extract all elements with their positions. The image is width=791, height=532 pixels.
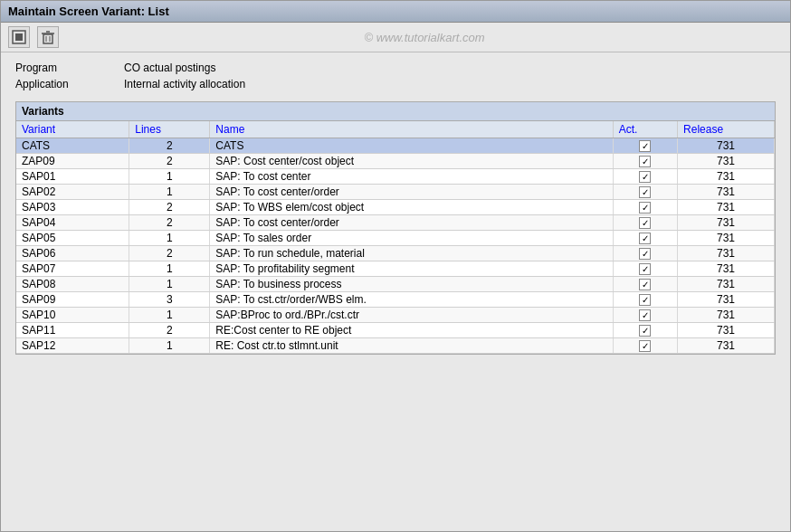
col-header-variant[interactable]: Variant bbox=[16, 121, 129, 138]
cell-variant: SAP11 bbox=[16, 323, 129, 338]
cell-lines: 3 bbox=[129, 292, 210, 308]
cell-name: SAP: To WBS elem/cost object bbox=[210, 200, 613, 215]
cell-name: SAP: To run schedule, material bbox=[210, 246, 613, 261]
cell-name: SAP:BProc to ord./BPr./cst.ctr bbox=[210, 308, 613, 323]
variants-table: Variant Lines Name Act. Release CATS2CAT… bbox=[16, 121, 775, 354]
program-value: CO actual postings bbox=[124, 62, 215, 74]
cell-lines: 2 bbox=[129, 215, 210, 231]
table-row[interactable]: SAP042SAP: To cost center/order✓731 bbox=[16, 215, 775, 231]
cell-act[interactable]: ✓ bbox=[613, 308, 677, 323]
cell-lines: 1 bbox=[129, 308, 210, 323]
checkbox-checked: ✓ bbox=[639, 325, 651, 337]
cell-lines: 2 bbox=[129, 323, 210, 338]
table-row[interactable]: SAP093SAP: To cst.ctr/order/WBS elm.✓731 bbox=[16, 292, 775, 308]
application-label: Application bbox=[15, 78, 124, 90]
checkbox-checked: ✓ bbox=[639, 140, 651, 152]
checkbox-checked: ✓ bbox=[639, 263, 651, 275]
cell-act[interactable]: ✓ bbox=[613, 231, 677, 246]
table-row[interactable]: SAP071SAP: To profitability segment✓731 bbox=[16, 261, 775, 277]
cell-act[interactable]: ✓ bbox=[613, 215, 677, 231]
cell-act[interactable]: ✓ bbox=[613, 154, 677, 169]
col-header-release[interactable]: Release bbox=[678, 121, 775, 138]
cell-act[interactable]: ✓ bbox=[613, 185, 677, 200]
cell-name: SAP: To cost center/order bbox=[210, 215, 613, 231]
table-row[interactable]: CATS2CATS✓731 bbox=[16, 138, 775, 154]
cell-name: SAP: To cost center bbox=[210, 169, 613, 185]
cell-lines: 1 bbox=[129, 169, 210, 185]
checkbox-checked: ✓ bbox=[639, 309, 651, 321]
cell-lines: 1 bbox=[129, 338, 210, 354]
cell-variant: CATS bbox=[16, 138, 129, 154]
delete-button[interactable] bbox=[37, 26, 59, 48]
program-label: Program bbox=[15, 62, 124, 74]
cell-variant: SAP05 bbox=[16, 231, 129, 246]
checkbox-checked: ✓ bbox=[639, 294, 651, 306]
cell-act[interactable]: ✓ bbox=[613, 323, 677, 338]
watermark: © www.tutorialkart.com bbox=[66, 31, 783, 44]
main-window: Maintain Screen Variant: List © www.tuto… bbox=[0, 0, 791, 532]
cell-release: 731 bbox=[678, 215, 775, 231]
cell-variant: SAP03 bbox=[16, 200, 129, 215]
cell-act[interactable]: ✓ bbox=[613, 169, 677, 185]
cell-release: 731 bbox=[678, 154, 775, 169]
table-row[interactable]: SAP121RE: Cost ctr.to stlmnt.unit✓731 bbox=[16, 338, 775, 354]
svg-rect-2 bbox=[43, 34, 52, 43]
cell-name: SAP: To profitability segment bbox=[210, 261, 613, 277]
cell-variant: SAP10 bbox=[16, 308, 129, 323]
cell-variant: SAP09 bbox=[16, 292, 129, 308]
cell-act[interactable]: ✓ bbox=[613, 138, 677, 154]
cell-act[interactable]: ✓ bbox=[613, 261, 677, 277]
cell-lines: 2 bbox=[129, 200, 210, 215]
cell-act[interactable]: ✓ bbox=[613, 200, 677, 215]
cell-lines: 1 bbox=[129, 185, 210, 200]
svg-rect-1 bbox=[15, 33, 23, 41]
title-bar: Maintain Screen Variant: List bbox=[1, 1, 790, 23]
toolbar: © www.tutorialkart.com bbox=[1, 23, 790, 52]
cell-variant: ZAP09 bbox=[16, 154, 129, 169]
table-header-row: Variant Lines Name Act. Release bbox=[16, 121, 775, 138]
cell-lines: 1 bbox=[129, 231, 210, 246]
table-row[interactable]: SAP062SAP: To run schedule, material✓731 bbox=[16, 246, 775, 261]
table-row[interactable]: SAP032SAP: To WBS elem/cost object✓731 bbox=[16, 200, 775, 215]
table-row[interactable]: SAP051SAP: To sales order✓731 bbox=[16, 231, 775, 246]
table-row[interactable]: ZAP092SAP: Cost center/cost object✓731 bbox=[16, 154, 775, 169]
delete-icon bbox=[41, 30, 55, 44]
cell-release: 731 bbox=[678, 246, 775, 261]
cell-release: 731 bbox=[678, 231, 775, 246]
cell-act[interactable]: ✓ bbox=[613, 277, 677, 292]
cell-release: 731 bbox=[678, 169, 775, 185]
checkbox-checked: ✓ bbox=[639, 248, 651, 260]
checkbox-checked: ✓ bbox=[639, 156, 651, 167]
checkbox-checked: ✓ bbox=[639, 233, 651, 244]
table-row[interactable]: SAP101SAP:BProc to ord./BPr./cst.ctr✓731 bbox=[16, 308, 775, 323]
cell-act[interactable]: ✓ bbox=[613, 292, 677, 308]
select-all-button[interactable] bbox=[8, 26, 30, 48]
col-header-act[interactable]: Act. bbox=[613, 121, 677, 138]
cell-variant: SAP06 bbox=[16, 246, 129, 261]
table-row[interactable]: SAP021SAP: To cost center/order✓731 bbox=[16, 185, 775, 200]
select-icon bbox=[12, 30, 26, 44]
cell-act[interactable]: ✓ bbox=[613, 246, 677, 261]
cell-name: SAP: To sales order bbox=[210, 231, 613, 246]
col-header-name[interactable]: Name bbox=[210, 121, 613, 138]
cell-lines: 1 bbox=[129, 261, 210, 277]
cell-lines: 2 bbox=[129, 154, 210, 169]
table-row[interactable]: SAP112RE:Cost center to RE object✓731 bbox=[16, 323, 775, 338]
cell-release: 731 bbox=[678, 277, 775, 292]
checkbox-checked: ✓ bbox=[639, 340, 651, 352]
cell-release: 731 bbox=[678, 292, 775, 308]
cell-release: 731 bbox=[678, 308, 775, 323]
cell-release: 731 bbox=[678, 323, 775, 338]
checkbox-checked: ✓ bbox=[639, 186, 651, 198]
cell-act[interactable]: ✓ bbox=[613, 338, 677, 354]
content-area: Program CO actual postings Application I… bbox=[1, 52, 790, 364]
checkbox-checked: ✓ bbox=[639, 202, 651, 214]
col-header-lines[interactable]: Lines bbox=[129, 121, 210, 138]
cell-release: 731 bbox=[678, 261, 775, 277]
table-row[interactable]: SAP011SAP: To cost center✓731 bbox=[16, 169, 775, 185]
cell-variant: SAP04 bbox=[16, 215, 129, 231]
variants-header: Variants bbox=[16, 102, 775, 121]
table-row[interactable]: SAP081SAP: To business process✓731 bbox=[16, 277, 775, 292]
cell-name: RE:Cost center to RE object bbox=[210, 323, 613, 338]
application-value: Internal activity allocation bbox=[124, 78, 245, 90]
